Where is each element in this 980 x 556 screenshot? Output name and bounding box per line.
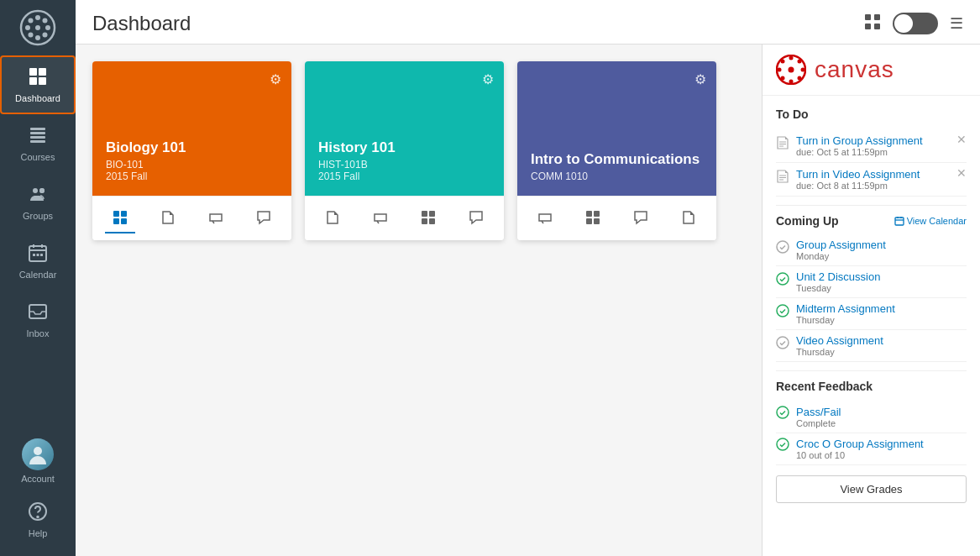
svg-point-1 (35, 25, 40, 30)
svg-rect-12 (29, 77, 37, 85)
feedback-item-croc: Croc O Group Assignment 10 out of 10 (776, 433, 967, 465)
svg-point-52 (801, 68, 805, 72)
svg-rect-34 (865, 24, 871, 29)
sidebar-item-dashboard[interactable]: Dashboard (0, 55, 76, 114)
card-footer-history (305, 196, 504, 240)
svg-rect-46 (586, 218, 592, 224)
coming-title-4[interactable]: Video Assignment (796, 334, 883, 347)
view-grades-button[interactable]: View Grades (776, 475, 967, 503)
feedback-title-1[interactable]: Pass/Fail (796, 406, 841, 418)
card-action-announcements-history[interactable] (365, 203, 396, 233)
svg-rect-64 (895, 218, 904, 225)
svg-point-2 (35, 15, 40, 20)
inbox-icon (28, 302, 48, 325)
top-header: Dashboard ☰ (76, 0, 980, 45)
card-action-files-comms[interactable] (673, 203, 704, 233)
svg-point-53 (781, 60, 785, 64)
view-toggle[interactable] (893, 13, 938, 34)
card-settings-comms[interactable]: ⚙ (694, 71, 706, 87)
coming-text-1: Group Assignment Monday (796, 239, 886, 261)
coming-title-2[interactable]: Unit 2 Discussion (796, 270, 880, 283)
card-action-announcements-biology[interactable] (201, 203, 231, 233)
sidebar-item-calendar[interactable]: Calendar (0, 232, 76, 291)
card-action-discussions-comms[interactable] (626, 203, 656, 233)
todo-due-2: due: Oct 8 at 11:59pm (796, 181, 967, 191)
todo-close-1[interactable]: ✕ (956, 133, 967, 146)
svg-rect-14 (30, 128, 45, 130)
svg-point-4 (25, 25, 30, 30)
card-action-files-biology[interactable] (153, 203, 183, 233)
divider-1 (776, 205, 967, 206)
svg-point-72 (777, 407, 789, 418)
svg-point-8 (43, 18, 48, 24)
svg-rect-27 (40, 254, 43, 256)
coming-title-1[interactable]: Group Assignment (796, 239, 886, 251)
todo-title-2[interactable]: Turn in Video Assignment (796, 168, 967, 181)
todo-assignment-icon-1 (776, 136, 789, 153)
feedback-check-icon-1 (776, 406, 789, 422)
todo-title-1[interactable]: Turn in Group Assignment (796, 134, 967, 147)
svg-rect-26 (37, 254, 39, 256)
card-action-grades-comms[interactable] (578, 203, 608, 233)
coming-text-3: Midterm Assignment Thursday (796, 302, 895, 325)
card-settings-biology[interactable]: ⚙ (270, 71, 281, 87)
feedback-item-passfail: Pass/Fail Complete (776, 401, 967, 433)
coming-day-3: Thursday (796, 315, 895, 325)
svg-point-55 (798, 60, 802, 64)
card-action-discussions-biology[interactable] (249, 203, 279, 233)
todo-text-1: Turn in Group Assignment due: Oct 5 at 1… (796, 134, 967, 157)
feedback-text-2: Croc O Group Assignment 10 out of 10 (796, 438, 924, 460)
canvas-header: canvas (763, 45, 980, 96)
coming-text-2: Unit 2 Discussion Tuesday (796, 270, 880, 293)
sidebar-item-courses-label: Courses (21, 152, 55, 162)
card-name-history: History 101 (318, 139, 490, 156)
todo-due-1: due: Oct 5 at 11:59pm (796, 147, 967, 157)
card-action-discussions-history[interactable] (461, 203, 491, 233)
sidebar-item-courses[interactable]: Courses (0, 114, 76, 173)
sidebar-item-account[interactable]: Account (0, 432, 76, 490)
sidebar-item-account-label: Account (21, 474, 55, 484)
coming-day-1: Monday (796, 251, 886, 261)
todo-close-2[interactable]: ✕ (956, 166, 967, 180)
feedback-check-icon-2 (776, 438, 789, 454)
card-action-files-history[interactable] (317, 203, 348, 233)
svg-rect-13 (39, 77, 46, 85)
card-settings-history[interactable]: ⚙ (482, 71, 494, 87)
sidebar-item-help[interactable]: Help (0, 490, 76, 549)
svg-point-50 (789, 80, 794, 84)
coming-item-midterm: Midterm Assignment Thursday (776, 298, 967, 330)
view-calendar-button[interactable]: View Calendar (894, 216, 967, 226)
sidebar-item-groups[interactable]: Groups (0, 173, 76, 232)
svg-point-49 (789, 56, 794, 60)
card-action-grades-biology[interactable] (105, 203, 135, 233)
svg-rect-15 (30, 132, 45, 134)
card-action-announcements-comms[interactable] (530, 203, 560, 233)
groups-icon (28, 184, 48, 207)
avatar (22, 438, 54, 470)
svg-point-31 (37, 517, 39, 518)
sidebar-item-inbox[interactable]: Inbox (0, 291, 76, 349)
toggle-knob (894, 14, 913, 33)
svg-rect-38 (113, 218, 119, 224)
coming-title-3[interactable]: Midterm Assignment (796, 302, 895, 315)
svg-rect-33 (874, 14, 880, 20)
right-sidebar: canvas To Do Turn in Group Assignment du… (762, 45, 980, 556)
feedback-title-2[interactable]: Croc O Group Assignment (796, 438, 924, 450)
svg-rect-40 (422, 211, 427, 217)
card-header-history: ⚙ History 101 HIST-101B 2015 Fall (305, 61, 504, 196)
svg-rect-11 (39, 68, 46, 76)
svg-rect-43 (429, 218, 435, 224)
svg-rect-36 (113, 211, 119, 217)
sidebar-item-dashboard-label: Dashboard (15, 93, 60, 103)
svg-point-70 (777, 305, 789, 317)
card-action-grades-history[interactable] (413, 203, 443, 233)
sidebar-logo (0, 0, 76, 55)
svg-point-3 (35, 35, 40, 40)
card-term-biology: 2015 Fall (106, 170, 278, 182)
grid-view-icon[interactable] (864, 13, 881, 34)
svg-point-69 (777, 273, 789, 285)
coming-text-4: Video Assignment Thursday (796, 334, 883, 357)
menu-icon[interactable]: ☰ (950, 14, 963, 33)
calendar-icon (28, 243, 48, 266)
svg-point-56 (781, 76, 785, 81)
